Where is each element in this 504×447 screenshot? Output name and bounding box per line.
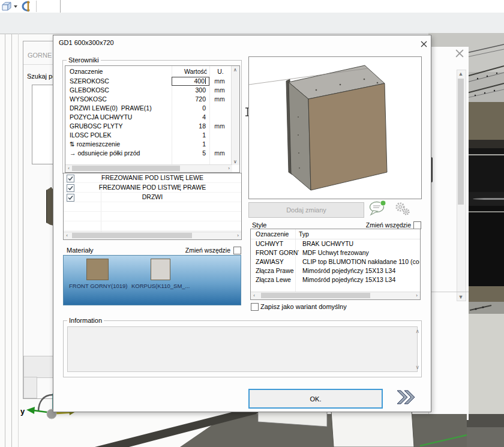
controller-row[interactable]: POZYCJA UCHWYTU4 [65, 113, 232, 122]
orbit-rotate-icon[interactable] [20, 1, 34, 12]
material-swatch[interactable] [151, 259, 170, 280]
next-double-chevron-icon[interactable] [394, 389, 417, 406]
column-header-name: Oznaczenie [70, 68, 103, 75]
option-checkbox[interactable] [67, 184, 74, 192]
settings-gears-icon[interactable] [394, 202, 411, 216]
style-row[interactable]: ZAWIASYCLIP top BLUMOTION nakładane 110 … [251, 257, 420, 266]
scroll-up-icon[interactable]: ▲ [458, 71, 464, 77]
render-wireframe-lines [467, 33, 504, 102]
controller-unit: mm [209, 95, 230, 104]
controller-row[interactable]: GRUBOSC PLYTY18mm [65, 122, 232, 131]
controller-row[interactable]: ILOSC POLEK1 [65, 131, 232, 140]
scrollbar-thumb[interactable] [72, 166, 180, 171]
controller-row[interactable]: GLEBOKOSC300mm [65, 86, 232, 95]
comment-bubble-icon[interactable] [368, 200, 388, 216]
materials-change-everywhere-checkbox[interactable] [233, 247, 241, 254]
controller-row[interactable]: SZEROKOSC400mm [65, 77, 232, 86]
controllers-horizontal-scrollbar[interactable]: ‹ › [65, 164, 232, 172]
controller-name: DRZWI LEWE(0) PRAWE(1) [65, 104, 172, 113]
option-checkbox[interactable] [67, 194, 74, 202]
style-name: ZAWIASY [251, 257, 299, 266]
controller-value[interactable]: 4 [172, 113, 209, 122]
scroll-right-icon[interactable]: › [226, 166, 232, 171]
cube-tool-icon[interactable] [1, 1, 12, 11]
controller-value[interactable]: 1 [172, 131, 209, 140]
scroll-up-icon[interactable]: ∧ [232, 67, 238, 73]
controller-row[interactable]: WYSOKOSC720mm [65, 95, 232, 104]
scroll-down-icon[interactable]: ∨ [415, 364, 419, 370]
scroll-left-icon[interactable]: ‹ [64, 233, 70, 238]
controllers-group: Sterowniki Oznaczenie Wartość U. SZEROKO… [62, 60, 242, 174]
options-horizontal-scrollbar[interactable]: ‹ › [64, 232, 241, 239]
ok-button[interactable]: OK. [248, 389, 383, 409]
controller-value[interactable]: 300 [172, 86, 209, 95]
close-icon [421, 41, 427, 47]
style-row[interactable]: Złącza PraweMimośród pojedyńczy 15X13 L3… [251, 266, 420, 275]
style-name: FRONT GORNY [251, 248, 299, 257]
style-type: Mimośród pojedyńczy 15X13 L34 [299, 266, 419, 275]
controller-value[interactable]: 5 [172, 149, 209, 158]
panel-close-icon[interactable] [455, 49, 464, 58]
controller-value[interactable]: 720 [172, 95, 209, 104]
material-label: FRONT GORNY(1019) [69, 283, 127, 289]
style-row[interactable]: FRONT GORNYMDF Uchwyt frezowany [251, 248, 420, 257]
controller-value[interactable]: 0 [172, 104, 209, 113]
style-type: MDF Uchwyt frezowany [299, 248, 419, 257]
controller-name: SZEROKOSC [65, 77, 172, 86]
controller-value[interactable]: 1 [172, 140, 209, 149]
scrollbar-thumb[interactable] [261, 293, 370, 298]
cabinet-properties-dialog: GD1 600x300x720 Sterowniki Oznaczenie Wa… [53, 35, 431, 412]
option-row[interactable]: DRZWI [64, 193, 241, 202]
style-row[interactable]: UCHWYTBRAK UCHWYTU [251, 239, 420, 248]
kitchen-render [467, 33, 504, 447]
scrollbar-thumb[interactable] [458, 79, 464, 205]
scrollbar-thumb[interactable] [72, 233, 192, 238]
controller-name: → odsunięcie półki przód [65, 149, 172, 158]
right-side-panel: ▲ ▼ [428, 47, 469, 420]
panel-footer-band [23, 356, 54, 378]
dialog-close-button[interactable] [417, 38, 430, 49]
scroll-down-icon[interactable]: ∨ [232, 158, 238, 164]
controllers-rows: SZEROKOSC400mmGLEBOKOSC300mmWYSOKOSC720m… [65, 77, 232, 165]
controller-name: WYSOKOSC [65, 95, 172, 104]
style-name: Złącza Lewe [251, 275, 299, 284]
controller-unit: mm [209, 86, 230, 95]
dropdown-caret-icon[interactable] [13, 5, 18, 8]
column-header-value: Wartość [172, 68, 207, 75]
option-checkbox[interactable] [67, 175, 74, 182]
material-swatch[interactable] [86, 259, 109, 280]
style-row[interactable]: Złącza LeweMimośród pojedyńczy 15X13 L34 [251, 275, 420, 284]
scroll-left-icon[interactable]: ‹ [66, 166, 71, 171]
controller-row[interactable]: → odsunięcie półki przód5mm [65, 149, 232, 158]
controllers-vertical-scrollbar[interactable]: ∧ ∨ [231, 66, 239, 165]
save-default-variant-checkbox[interactable] [251, 303, 259, 311]
controller-value-editbox[interactable]: 400 [172, 77, 209, 86]
controller-row[interactable]: ⇅ rozmieszczenie1 [65, 140, 232, 149]
information-textarea[interactable] [67, 326, 418, 372]
controller-name: ⇅ rozmieszczenie [65, 140, 172, 149]
panel-title: GORNE [28, 52, 52, 59]
option-row[interactable]: FREZOWANIE POD LISTWĘ PRAWE [64, 183, 241, 193]
text-caret [205, 78, 206, 84]
controller-value[interactable]: 18 [172, 122, 209, 131]
information-group-label: Information [67, 317, 104, 324]
style-name: Złącza Prawe [251, 266, 299, 275]
panel-vertical-scrollbar[interactable]: ▲ ▼ [457, 70, 466, 301]
controller-row[interactable]: DRZWI LEWE(0) PRAWE(1)0 [65, 104, 232, 113]
scroll-up-icon[interactable]: ∧ [415, 328, 419, 334]
controller-name: ILOSC POLEK [65, 131, 172, 140]
add-changes-button[interactable]: Dodaj zmiany [248, 202, 364, 218]
style-table-header: Oznaczenie Typ [251, 229, 420, 239]
controllers-table: Oznaczenie Wartość U. SZEROKOSC400mmGLEB… [65, 65, 240, 173]
style-group-label: Style [252, 221, 266, 229]
option-row[interactable]: FREZOWANIE POD LISTWĘ LEWE [64, 173, 241, 183]
scroll-down-icon[interactable]: ▼ [458, 294, 464, 300]
style-table: Oznaczenie Typ UCHWYTBRAK UCHWYTUFRONT G… [250, 229, 421, 300]
scroll-right-icon[interactable]: › [235, 233, 241, 238]
check-icon [67, 175, 74, 182]
scroll-right-icon[interactable]: › [414, 293, 419, 298]
options-rows: FREZOWANIE POD LISTWĘ LEWEFREZOWANIE POD… [64, 173, 241, 231]
style-horizontal-scrollbar[interactable]: ‹ › [251, 292, 420, 299]
scroll-left-icon[interactable]: ‹ [251, 293, 257, 298]
controller-unit: mm [209, 77, 230, 86]
